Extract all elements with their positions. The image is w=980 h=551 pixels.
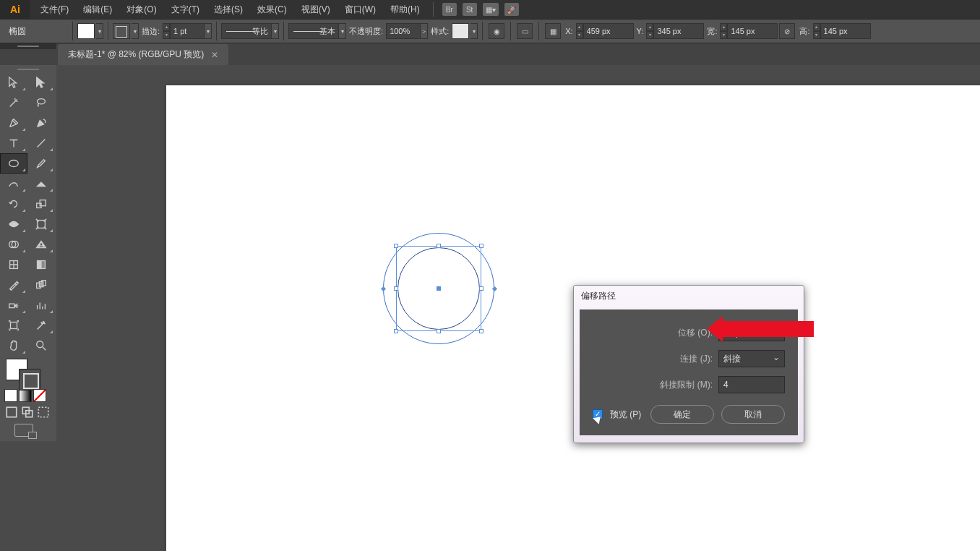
y-input[interactable]	[653, 23, 704, 39]
menu-effect[interactable]: 效果(C)	[250, 0, 294, 19]
lasso-tool[interactable]	[28, 93, 54, 112]
handle-e[interactable]	[479, 286, 483, 291]
stock-icon[interactable]: St	[463, 3, 477, 16]
menu-window[interactable]: 窗口(W)	[338, 0, 383, 19]
shape-builder-tool[interactable]	[1, 235, 27, 254]
menu-select[interactable]: 选择(S)	[207, 0, 250, 19]
fill-stroke-indicator[interactable]	[0, 356, 56, 388]
graphic-style-dropdown[interactable]: ▾	[470, 23, 478, 39]
x-stepper[interactable]: ▴▾	[576, 23, 583, 39]
scale-tool[interactable]	[28, 195, 54, 213]
ok-button[interactable]: 确定	[650, 405, 714, 424]
mesh-tool[interactable]	[1, 255, 27, 274]
zoom-tool[interactable]	[28, 336, 54, 355]
perspective-grid-tool[interactable]	[28, 235, 54, 254]
shaper-tool[interactable]	[1, 174, 27, 193]
gradient-tool[interactable]	[28, 255, 54, 274]
eraser-tool[interactable]	[28, 174, 54, 193]
stroke-swatch-dropdown[interactable]: ▾	[132, 23, 139, 39]
stroke-weight-dropdown[interactable]: ▾	[205, 23, 212, 39]
artboard-tool[interactable]	[1, 316, 27, 335]
screen-mode-icon[interactable]	[14, 424, 33, 437]
stroke-weight-input[interactable]	[170, 23, 205, 39]
menu-edit[interactable]: 编辑(E)	[76, 0, 119, 19]
align-icon[interactable]: ▭	[517, 23, 533, 39]
paintbrush-tool[interactable]	[28, 154, 54, 173]
stroke-color-icon[interactable]	[19, 369, 40, 390]
cancel-button[interactable]: 取消	[721, 405, 785, 424]
color-mode-icon[interactable]	[4, 389, 17, 402]
free-transform-tool[interactable]	[28, 215, 54, 234]
pen-tool[interactable]	[1, 114, 27, 132]
opacity-dropdown[interactable]: >	[421, 23, 428, 39]
graphic-style-swatch[interactable]	[452, 23, 469, 39]
blend-tool[interactable]	[28, 276, 54, 294]
gpu-icon[interactable]: 🚀	[504, 3, 519, 16]
opacity-input[interactable]	[386, 23, 421, 39]
handle-sw[interactable]	[394, 329, 398, 333]
svg-point-0	[38, 99, 46, 104]
menu-type[interactable]: 文字(T)	[164, 0, 207, 19]
recolor-icon[interactable]: ◉	[489, 23, 504, 39]
curvature-tool[interactable]	[28, 114, 54, 132]
h-stepper[interactable]: ▴▾	[813, 23, 820, 39]
hand-tool[interactable]	[1, 336, 27, 355]
style-label: 样式:	[431, 26, 449, 37]
draw-behind-icon[interactable]	[21, 406, 34, 419]
h-input[interactable]	[820, 23, 871, 39]
dock-toggle[interactable]	[0, 43, 56, 49]
menu-file[interactable]: 文件(F)	[33, 0, 76, 19]
brush-definition[interactable]: 基本	[288, 23, 339, 39]
handle-ne[interactable]	[479, 244, 483, 248]
fill-swatch-dropdown[interactable]: ▾	[96, 23, 103, 39]
draw-normal-icon[interactable]	[5, 406, 18, 419]
stroke-swatch[interactable]	[113, 23, 130, 39]
magic-wand-tool[interactable]	[1, 93, 27, 112]
brush-dropdown[interactable]: ▾	[339, 23, 346, 39]
eyedropper-tool[interactable]	[1, 276, 27, 294]
x-input[interactable]	[583, 23, 634, 39]
handle-se[interactable]	[479, 329, 483, 333]
close-tab-icon[interactable]: ✕	[211, 50, 218, 60]
menu-help[interactable]: 帮助(H)	[383, 0, 427, 19]
constrain-proportions-icon[interactable]: ⊘	[779, 23, 795, 39]
gradient-mode-icon[interactable]	[19, 389, 32, 402]
handle-w[interactable]	[394, 286, 398, 291]
toolbox-toggle[interactable]	[0, 67, 56, 72]
none-mode-icon[interactable]	[33, 389, 46, 402]
arrange-docs-icon[interactable]: ▦▾	[483, 3, 499, 16]
width-tool[interactable]	[1, 215, 27, 234]
y-stepper[interactable]: ▴▾	[646, 23, 653, 39]
bridge-icon[interactable]: Br	[442, 3, 457, 16]
handle-nw[interactable]	[394, 244, 398, 248]
column-graph-tool[interactable]	[28, 296, 54, 315]
svg-rect-9	[38, 261, 41, 269]
svg-point-1	[9, 161, 19, 167]
svg-rect-14	[11, 323, 17, 329]
variable-width-dropdown[interactable]: ▾	[272, 23, 279, 39]
variable-width-profile[interactable]: 等比	[221, 23, 272, 39]
canvas-area[interactable]	[56, 65, 980, 551]
join-select[interactable]: 斜接	[718, 350, 785, 367]
line-segment-tool[interactable]	[28, 134, 54, 153]
selection-tool[interactable]	[1, 73, 27, 92]
w-input[interactable]	[727, 23, 778, 39]
handle-s[interactable]	[437, 329, 441, 333]
document-tab[interactable]: 未标题-1* @ 82% (RGB/GPU 预览) ✕	[58, 44, 228, 65]
type-tool[interactable]	[1, 134, 27, 153]
rotate-tool[interactable]	[1, 195, 27, 213]
stroke-weight-stepper[interactable]: ▴▾	[163, 23, 170, 39]
direct-selection-tool[interactable]	[28, 73, 54, 92]
w-stepper[interactable]: ▴▾	[720, 23, 727, 39]
draw-inside-icon[interactable]	[37, 406, 50, 419]
slice-tool[interactable]	[28, 316, 54, 335]
menu-object[interactable]: 对象(O)	[119, 0, 163, 19]
transform-reference-icon[interactable]: ▦	[545, 23, 561, 39]
document-tab-title: 未标题-1* @ 82% (RGB/GPU 预览)	[68, 48, 204, 61]
symbol-sprayer-tool[interactable]	[1, 296, 27, 315]
miter-limit-input[interactable]	[718, 376, 785, 393]
handle-n[interactable]	[437, 244, 441, 248]
fill-swatch[interactable]	[77, 23, 95, 39]
menu-view[interactable]: 视图(V)	[294, 0, 338, 19]
ellipse-tool[interactable]	[1, 154, 27, 173]
